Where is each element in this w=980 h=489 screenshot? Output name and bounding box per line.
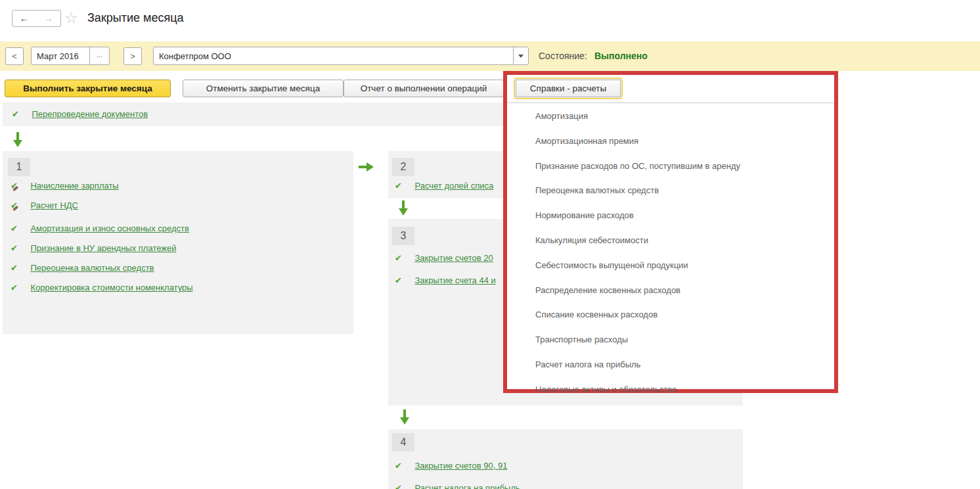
closing-block-1: 1 ✔ Начисление зарплаты ✔ Расчет НДС ✔ А… <box>3 151 353 334</box>
flow-down-arrow-icon <box>13 132 22 148</box>
menu-item-transport-expenses[interactable]: Транспортные расходы <box>507 327 834 352</box>
operation-link[interactable]: Закрытие счета 44 и <box>414 275 495 285</box>
block-number-badge: 1 <box>8 158 30 176</box>
organization-value: Конфетпром ООО <box>159 51 231 61</box>
references-calculations-button[interactable]: Справки - расчеты <box>516 80 621 97</box>
check-icon: ✔ <box>12 109 29 119</box>
flow-down-arrow-icon <box>399 200 408 216</box>
next-period-button[interactable]: > <box>123 47 142 65</box>
check-pencil-icon: ✔ <box>11 181 28 191</box>
status-label: Состояние: <box>539 51 587 61</box>
operation-link[interactable]: Корректировка стоимости номенклатуры <box>30 283 192 292</box>
period-bar: < Март 2016 ... > Конфетпром ООО Состоян… <box>0 41 980 71</box>
operation-link[interactable]: Признание в НУ арендных платежей <box>30 243 176 253</box>
check-icon: ✔ <box>11 263 28 273</box>
previous-period-button[interactable]: < <box>5 47 24 65</box>
period-value: Март 2016 <box>37 51 79 61</box>
operation-link[interactable]: Расчет налога на прибыль <box>414 483 520 489</box>
operation-link[interactable]: Начисление зарплаты <box>30 181 118 191</box>
flow-right-arrow-icon <box>359 162 374 172</box>
forward-arrow-icon: → <box>43 12 53 24</box>
operation-link[interactable]: Расчет долей списа <box>414 181 493 191</box>
menu-item-production-cost[interactable]: Себестоимость выпущеной продукции <box>507 253 834 278</box>
operation-link[interactable]: Закрытие счетов 90, 91 <box>414 461 507 471</box>
chevron-down-icon <box>518 55 523 58</box>
menu-item-tax-assets-liabilities[interactable]: Налоговые активы и обязательства <box>507 377 834 402</box>
back-arrow-icon: ← <box>20 12 30 24</box>
check-icon: ✔ <box>395 483 412 489</box>
run-month-closing-button[interactable]: Выполнить закрытие месяца <box>5 80 171 97</box>
menu-item-rented-os-expenses[interactable]: Признание расходов по ОС, поступившим в … <box>507 154 834 179</box>
operation-link[interactable]: Переоценка валютных средств <box>30 263 154 273</box>
favorite-star-icon[interactable]: ☆ <box>64 9 78 27</box>
references-menu: Амортизация Амортизационная премия Призн… <box>507 103 834 389</box>
flow-down-arrow-icon <box>400 409 409 425</box>
status-badge: Выполнено <box>594 51 648 61</box>
nav-forward-button[interactable]: → <box>36 10 61 27</box>
page-title: Закрытие месяца <box>87 11 183 25</box>
organization-dropdown-button[interactable] <box>513 47 528 64</box>
month-closing-window: ← → ☆ Закрытие месяца < Март 2016 ... > … <box>0 0 980 489</box>
check-icon: ✔ <box>11 243 28 253</box>
operation-link[interactable]: Закрытие счетов 20 <box>414 253 493 263</box>
check-icon: ✔ <box>395 181 412 191</box>
check-icon: ✔ <box>11 223 28 233</box>
menu-item-income-tax-calculation[interactable]: Расчет налога на прибыль <box>507 352 834 377</box>
check-icon: ✔ <box>395 461 412 471</box>
check-icon: ✔ <box>395 253 412 263</box>
menu-item-amortization[interactable]: Амортизация <box>507 104 834 129</box>
cancel-month-closing-button[interactable]: Отменить закрытие месяца <box>183 80 344 97</box>
menu-item-indirect-expense-distribution[interactable]: Распределение косвенных расходов <box>507 278 834 303</box>
menu-item-amortization-premium[interactable]: Амортизационная премия <box>507 129 834 154</box>
nav-back-button[interactable]: ← <box>12 10 37 27</box>
menu-item-indirect-expense-writeoff[interactable]: Списание косвенных расходов <box>507 302 834 327</box>
check-icon: ✔ <box>395 275 412 285</box>
operations-report-button[interactable]: Отчет о выполнении операций <box>344 80 504 97</box>
operation-link[interactable]: Амортизация и износ основных средств <box>30 223 189 233</box>
period-field[interactable]: Март 2016 ... <box>31 47 110 65</box>
block-number-badge: 2 <box>392 158 414 176</box>
menu-item-currency-revaluation[interactable]: Переоценка валютных средств <box>507 178 834 203</box>
menu-item-cost-calculation[interactable]: Калькуляция себестоимости <box>507 228 834 253</box>
period-picker-button[interactable]: ... <box>89 47 109 64</box>
block-number-badge: 4 <box>392 433 414 452</box>
references-dropdown-highlight: Справки - расчеты Амортизация Амортизаци… <box>503 71 838 393</box>
check-icon: ✔ <box>11 283 28 292</box>
closing-block-4: 4 ✔ Закрытие счетов 90, 91 ✔ Расчет нало… <box>388 429 743 489</box>
block-number-badge: 3 <box>392 227 414 245</box>
check-pencil-icon: ✔ <box>11 200 28 210</box>
menu-item-expense-rationing[interactable]: Нормирование расходов <box>507 203 834 228</box>
reposting-link[interactable]: Перепроведение документов <box>32 109 148 119</box>
organization-combo[interactable]: Конфетпром ООО <box>153 47 529 65</box>
operation-link[interactable]: Расчет НДС <box>30 200 78 210</box>
